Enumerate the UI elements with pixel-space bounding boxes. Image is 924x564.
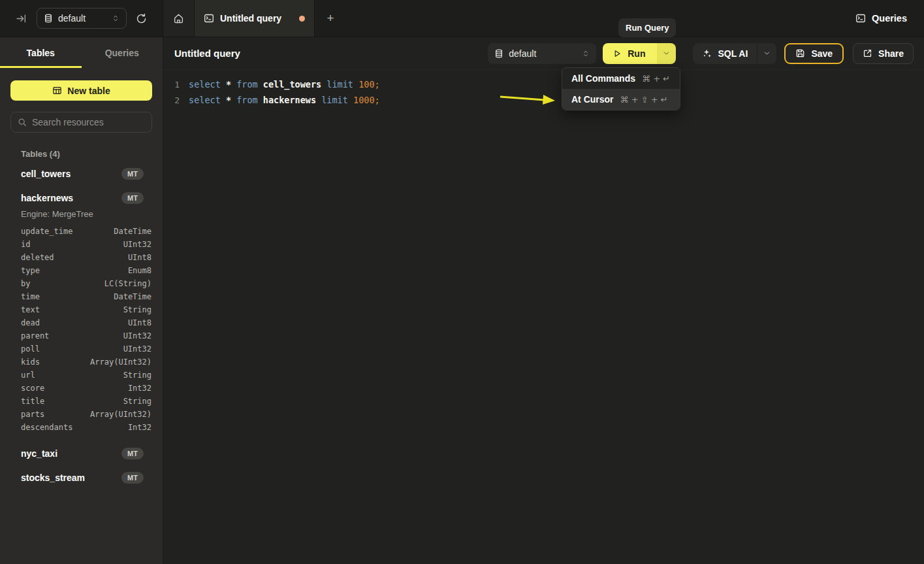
queries-button[interactable]: Queries [855,0,924,37]
column-row[interactable]: update_time DateTime [21,225,151,238]
tab-untitled-query[interactable]: Untitled query [195,0,315,37]
table-row-hackernews[interactable]: hackernews MT [10,192,152,204]
column-row[interactable]: id UInt32 [21,238,151,251]
column-type: String [123,305,151,314]
column-name: by [21,279,30,288]
column-row[interactable]: descendants Int32 [21,421,151,434]
top-bar: default Untitled query + Queries [0,0,924,37]
column-name: poll [21,344,40,354]
column-name: id [21,240,30,249]
table-row-nyc-taxi[interactable]: nyc_taxi MT [10,448,152,459]
sql-ai-options-button[interactable] [757,43,776,64]
search-box [10,112,152,133]
column-type: String [123,371,151,380]
table-row-stocks-stream[interactable]: stocks_stream MT [10,472,152,484]
code-text: select * from cell_towers limit 100; [189,79,380,90]
column-row[interactable]: score Int32 [21,382,151,395]
refresh-icon[interactable] [136,13,147,24]
unsaved-changes-dot [299,16,305,22]
chevron-updown-icon [582,50,590,58]
sparkles-icon [702,48,712,58]
line-number: 2 [163,95,180,105]
column-type: Int32 [128,423,151,432]
table-name: nyc_taxi [21,448,121,459]
sql-ai-split-button: SQL AI [693,43,776,64]
home-tab[interactable] [163,0,195,37]
query-header: Untitled query default Run [163,37,924,70]
menu-item-shortcut: ⌘ + ⇧ + ↵ [620,95,668,105]
column-row[interactable]: poll UInt32 [21,342,151,356]
tables-section-title: Tables (4) [21,149,152,159]
queries-label: Queries [872,13,907,24]
topbar-sidebar-section: default [0,0,163,37]
engine-label: Engine: MergeTree [21,209,152,219]
column-name: text [21,305,40,314]
code-line-2: 2 select * from hackernews limit 1000; [163,92,924,108]
column-row[interactable]: time DateTime [21,290,151,303]
menu-item-shortcut: ⌘ + ↵ [642,74,670,84]
table-name: cell_towers [21,169,121,179]
sidebar-tab-queries[interactable]: Queries [82,37,163,68]
new-table-button[interactable]: New table [10,80,152,101]
column-row[interactable]: by LC(String) [21,277,151,290]
run-split-button: Run [603,43,676,64]
line-number: 1 [163,80,180,90]
engine-badge: MT [121,472,144,484]
save-button[interactable]: Save [784,43,844,64]
run-options-button[interactable] [657,43,676,64]
table-name: stocks_stream [21,473,121,483]
console-icon [204,13,214,24]
database-selector-value: default [58,13,106,24]
column-type: UInt8 [128,253,151,262]
column-type: Enum8 [128,266,151,275]
tab-strip: Untitled query + [163,0,855,37]
share-button[interactable]: Share [853,43,914,64]
collapse-sidebar-icon[interactable] [16,13,27,24]
table-icon [52,86,62,95]
database-selector-header[interactable]: default [488,43,596,64]
column-name: type [21,266,40,275]
tab-label: Untitled query [220,13,293,24]
columns-list: update_time DateTime id UInt32 deleted U… [10,225,152,434]
chevron-down-icon [763,50,771,57]
column-name: url [21,371,35,380]
column-name: update_time [21,227,72,236]
column-type: UInt32 [123,331,151,340]
column-row[interactable]: kids Array(UInt32) [21,356,151,369]
column-row[interactable]: deleted UInt8 [21,251,151,264]
column-name: parts [21,410,44,419]
new-tab-button[interactable]: + [315,0,346,37]
engine-badge: MT [121,448,144,459]
column-type: UInt32 [123,240,151,249]
run-label: Run [628,48,645,59]
sql-ai-button[interactable]: SQL AI [693,43,757,64]
column-type: UInt32 [123,344,151,354]
main-panel: Untitled query default Run [163,37,924,564]
database-icon [494,49,503,58]
table-row-cell-towers[interactable]: cell_towers MT [10,168,152,180]
column-row[interactable]: parts Array(UInt32) [21,408,151,421]
menu-item-label: All Commands [571,73,635,84]
engine-badge: MT [121,168,144,180]
column-row[interactable]: text String [21,303,151,316]
sidebar-tab-tables[interactable]: Tables [0,37,82,68]
sql-editor[interactable]: 1 select * from cell_towers limit 100; 2… [163,70,924,108]
database-selector-topbar[interactable]: default [37,8,127,29]
run-button[interactable]: Run [603,43,657,64]
run-query-tooltip: Run Query [618,18,676,37]
engine-badge: MT [121,192,144,204]
chevron-updown-icon [112,14,119,22]
column-row[interactable]: dead UInt8 [21,316,151,329]
column-row[interactable]: type Enum8 [21,264,151,277]
table-name: hackernews [21,193,121,203]
run-menu-item[interactable]: At Cursor ⌘ + ⇧ + ↵ [562,89,680,110]
search-input[interactable] [32,117,145,127]
column-name: deleted [21,253,54,262]
share-icon [863,48,872,58]
chevron-down-icon [663,50,670,57]
column-row[interactable]: title String [21,395,151,408]
run-menu-item[interactable]: All Commands ⌘ + ↵ [562,68,680,89]
column-row[interactable]: url String [21,369,151,382]
column-row[interactable]: parent UInt32 [21,329,151,342]
column-type: LC(String) [104,279,151,288]
